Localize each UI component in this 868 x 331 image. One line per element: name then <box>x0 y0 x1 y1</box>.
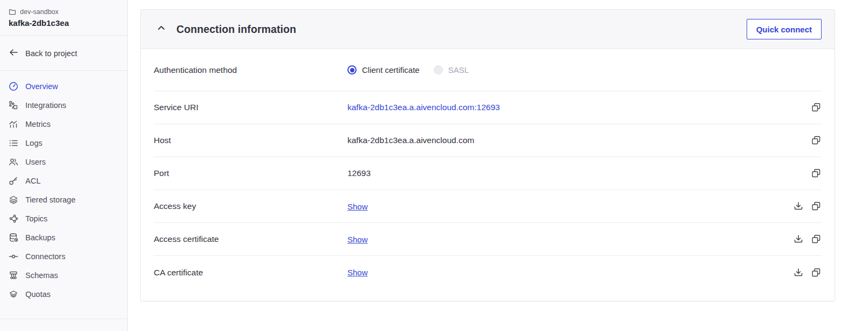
sidebar-item-metrics[interactable]: Metrics <box>0 114 127 133</box>
gauge-icon <box>9 82 18 91</box>
sidebar-nav: Overview Integrations Metrics Logs Users <box>0 71 127 303</box>
row-label: Access key <box>154 201 347 211</box>
sidebar-item-label: Schemas <box>25 271 58 280</box>
sidebar-item-backups[interactable]: Backups <box>0 228 127 247</box>
back-to-project-label: Back to project <box>25 49 77 58</box>
sidebar-divider <box>0 319 127 319</box>
database-backup-icon <box>9 233 18 242</box>
metrics-icon <box>9 119 18 129</box>
folder-icon <box>9 8 16 16</box>
sidebar-item-label: Logs <box>25 139 42 147</box>
sidebar-item-schemas[interactable]: Schemas <box>0 266 127 285</box>
radio-label: SASL <box>448 65 469 75</box>
sidebar-item-label: ACL <box>25 177 40 185</box>
sidebar-item-connectors[interactable]: Connectors <box>0 247 127 266</box>
copy-icon[interactable] <box>811 201 822 212</box>
service-uri-link[interactable]: kafka-2db1c3ea.a.aivencloud.com:12693 <box>347 103 500 112</box>
sidebar-item-acl[interactable]: ACL <box>0 171 127 190</box>
key-icon <box>9 176 18 186</box>
sidebar: dev-sandbox kafka-2db1c3ea Back to proje… <box>0 0 128 331</box>
back-to-project-link[interactable]: Back to project <box>0 36 127 71</box>
sidebar-item-label: Connectors <box>25 252 65 261</box>
sidebar-item-label: Metrics <box>25 120 51 129</box>
sidebar-item-logs[interactable]: Logs <box>0 133 127 152</box>
copy-icon[interactable] <box>811 135 822 146</box>
copy-icon[interactable] <box>811 234 822 245</box>
row-label: Service URI <box>154 103 347 112</box>
copy-icon[interactable] <box>811 102 822 113</box>
quick-connect-button[interactable]: Quick connect <box>747 19 822 39</box>
sidebar-item-quotas[interactable]: Quotas <box>0 285 127 303</box>
download-icon[interactable] <box>793 267 804 278</box>
stack-icon <box>9 289 18 299</box>
table-row-access-certificate: Access certificate Show <box>154 223 822 256</box>
layers-icon <box>9 195 18 205</box>
sidebar-item-label: Topics <box>25 214 47 223</box>
sidebar-item-label: Users <box>25 158 46 166</box>
integrations-icon <box>9 100 18 110</box>
radio-client-certificate[interactable]: Client certificate <box>347 65 420 75</box>
sidebar-item-overview[interactable]: Overview <box>0 77 127 96</box>
users-icon <box>9 157 18 167</box>
table-row-ca-certificate: CA certificate Show <box>154 256 822 289</box>
connector-icon <box>9 252 18 261</box>
radio-label: Client certificate <box>362 65 420 75</box>
connection-information-card: Connection information Quick connect Aut… <box>140 9 835 301</box>
row-label: Access certificate <box>154 234 347 244</box>
sidebar-item-label: Tiered storage <box>25 195 76 204</box>
ca-certificate-show-link[interactable]: Show <box>347 268 368 277</box>
topology-icon <box>9 214 18 224</box>
chevron-up-icon <box>157 24 166 35</box>
port-value: 12693 <box>347 168 371 178</box>
card-body: Authentication method Client certificate… <box>141 49 835 301</box>
auth-method-radio-group: Client certificate SASL <box>347 65 469 75</box>
collapse-toggle[interactable] <box>157 24 166 35</box>
table-row-access-key: Access key Show <box>154 190 822 223</box>
row-label: Authentication method <box>154 65 347 75</box>
copy-icon[interactable] <box>811 267 822 278</box>
table-row-authentication-method: Authentication method Client certificate… <box>154 49 822 91</box>
download-icon[interactable] <box>793 234 804 245</box>
sidebar-item-users[interactable]: Users <box>0 152 127 171</box>
sidebar-item-label: Integrations <box>25 101 66 110</box>
sidebar-header: dev-sandbox kafka-2db1c3ea <box>0 0 127 36</box>
sidebar-item-tiered-storage[interactable]: Tiered storage <box>0 190 127 209</box>
copy-icon[interactable] <box>811 168 822 179</box>
schema-icon <box>9 271 18 280</box>
access-key-show-link[interactable]: Show <box>347 202 368 211</box>
sidebar-item-label: Quotas <box>25 290 51 299</box>
sidebar-item-label: Backups <box>25 233 56 242</box>
radio-disabled-icon <box>434 65 443 75</box>
radio-sasl: SASL <box>434 65 469 75</box>
radio-selected-icon[interactable] <box>347 65 357 75</box>
panel-title: Connection information <box>176 23 296 36</box>
service-name: kafka-2db1c3ea <box>9 18 119 28</box>
sidebar-item-label: Overview <box>25 82 58 91</box>
sidebar-item-integrations[interactable]: Integrations <box>0 96 127 114</box>
arrow-left-icon <box>9 48 18 58</box>
access-certificate-show-link[interactable]: Show <box>347 235 368 244</box>
download-icon[interactable] <box>793 201 804 212</box>
table-row-port: Port 12693 <box>154 157 822 190</box>
table-row-host: Host kafka-2db1c3ea.a.aivencloud.com <box>154 124 822 157</box>
card-header: Connection information Quick connect <box>141 10 835 49</box>
table-row-service-uri: Service URI kafka-2db1c3ea.a.aivencloud.… <box>154 91 822 124</box>
project-name: dev-sandbox <box>20 8 59 16</box>
project-breadcrumb: dev-sandbox <box>9 8 119 16</box>
host-value: kafka-2db1c3ea.a.aivencloud.com <box>347 136 474 145</box>
logs-icon <box>9 138 18 148</box>
row-label: Port <box>154 168 347 178</box>
row-label: CA certificate <box>154 268 347 278</box>
sidebar-item-topics[interactable]: Topics <box>0 209 127 228</box>
row-label: Host <box>154 136 347 145</box>
